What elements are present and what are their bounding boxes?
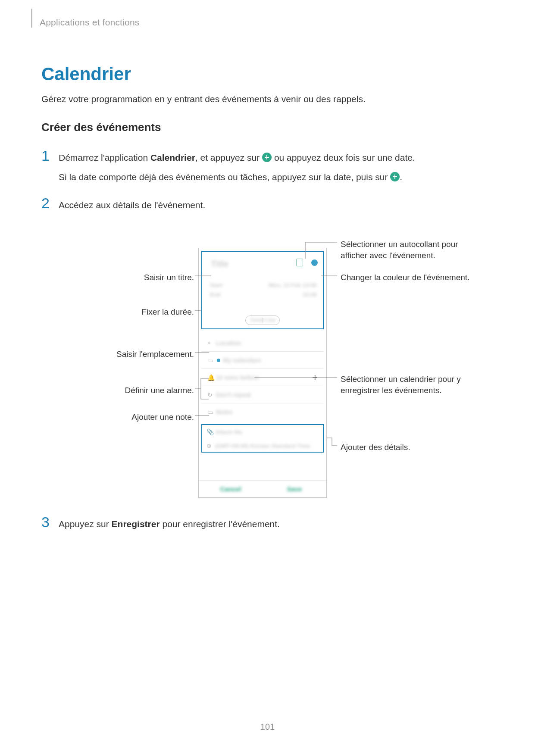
start-time[interactable]: Mon, 13 Feb 14:00: [269, 282, 317, 288]
timezone-label: (GMT+09:00) Korean Standard Time: [215, 443, 310, 449]
location-row[interactable]: ⌖ Location: [201, 334, 324, 352]
callout-alarm: Définir une alarme.: [108, 385, 194, 396]
bell-icon: 🔔: [207, 374, 216, 381]
save-button[interactable]: Save: [263, 481, 326, 497]
step-3-bold: Enregistrer: [112, 519, 160, 529]
add-alarm-icon[interactable]: +: [312, 372, 318, 383]
step-1-line2a: Si la date comporte déjà des événements …: [59, 172, 390, 182]
calendar-icon: ▭: [207, 357, 216, 364]
plus-icon: [390, 172, 400, 181]
title-row: Title: [202, 252, 323, 276]
step-2-number: 2: [41, 195, 50, 212]
view-label: View: [250, 317, 261, 322]
callout-calendar: Sélectionner un calendrier pour y enregi…: [341, 374, 483, 396]
button-bar: Cancel Save: [199, 480, 326, 497]
step-1-post: ou appuyez deux fois sur une date.: [272, 153, 415, 162]
location-icon: ⌖: [207, 339, 216, 347]
globe-icon: ⊕: [206, 442, 215, 449]
page-title: Calendrier: [41, 64, 131, 84]
alarm-label: 10 mins before: [216, 374, 259, 381]
notes-label: Notes: [216, 409, 233, 415]
calendar-dot-icon: [217, 359, 220, 362]
location-label: Location: [216, 340, 241, 347]
intro-text: Gérez votre programmation en y entrant d…: [41, 94, 366, 104]
cancel-button[interactable]: Cancel: [199, 481, 263, 497]
note-icon: ▭: [207, 409, 216, 415]
attach-label: Attach file: [215, 429, 242, 435]
page-number: 101: [0, 722, 535, 732]
callout-title: Saisir un titre.: [136, 272, 194, 283]
end-time[interactable]: 15:00: [303, 291, 317, 298]
title-field[interactable]: Title: [211, 259, 228, 269]
save-label: Save: [287, 485, 302, 493]
callout-color: Changer la couleur de l'événement.: [341, 272, 483, 283]
sticker-icon[interactable]: [296, 259, 303, 266]
step-3-post: pour enregistrer l'événement.: [160, 519, 280, 529]
step-1-app-name: Calendrier: [150, 153, 195, 162]
repeat-row[interactable]: ↻ Don't repeat: [201, 386, 324, 403]
step-1-line2b: .: [400, 172, 402, 182]
view-allday-toggle[interactable]: View All day: [245, 316, 280, 325]
callout-sticker: Sélectionner un autocollant pour affiche…: [341, 239, 483, 261]
breadcrumb: Applications et fonctions: [40, 17, 139, 28]
alarm-row[interactable]: 🔔 10 mins before +: [201, 369, 324, 386]
notes-row[interactable]: ▭ Notes: [201, 403, 324, 421]
end-label: End: [210, 291, 221, 298]
start-label: Start: [210, 282, 223, 288]
step-1-text: Démarrez l'application Calendrier, et ap…: [59, 151, 490, 184]
cancel-label: Cancel: [220, 485, 241, 493]
repeat-label: Don't repeat: [216, 391, 251, 398]
plus-icon: [262, 153, 272, 162]
section-heading: Créer des événements: [41, 121, 161, 134]
timezone-row[interactable]: ⊕ (GMT+09:00) Korean Standard Time: [206, 439, 319, 453]
repeat-icon: ↻: [207, 391, 216, 398]
header-rule: [31, 9, 32, 28]
calendar-row[interactable]: ▭ My calendars: [201, 352, 324, 369]
phone-mockup: Title Start Mon, 13 Feb 14:00 End 15:00 …: [198, 248, 327, 498]
step-2-text: Accédez aux détails de l'événement.: [59, 198, 205, 212]
callout-details: Ajouter des détails.: [341, 442, 483, 453]
step-3-text: Appuyez sur Enregistrer pour enregistrer…: [59, 517, 280, 531]
callout-location: Saisir l'emplacement.: [99, 349, 194, 360]
allday-label: All day: [260, 317, 276, 322]
calendar-label: My calendars: [223, 357, 261, 364]
step-1-pre: Démarrez l'application: [59, 153, 150, 162]
step-3-number: 3: [41, 514, 50, 531]
callout-note: Ajouter une note.: [119, 412, 194, 423]
event-header-panel: Title Start Mon, 13 Feb 14:00 End 15:00 …: [201, 251, 324, 329]
step-3-pre: Appuyez sur: [59, 519, 112, 529]
step-1-number: 1: [41, 147, 50, 164]
step-1-mid: , et appuyez sur: [195, 153, 262, 162]
details-panel: 📎 Attach file ⊕ (GMT+09:00) Korean Stand…: [201, 424, 324, 453]
attach-row[interactable]: 📎 Attach file: [206, 425, 319, 439]
callout-duration: Fixer la durée.: [136, 306, 194, 318]
event-color-icon[interactable]: [311, 259, 318, 266]
paperclip-icon: 📎: [206, 428, 215, 435]
